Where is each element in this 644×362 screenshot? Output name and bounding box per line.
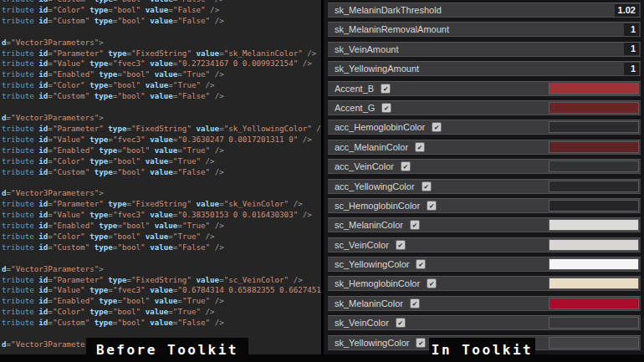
code-token-attr: id	[38, 156, 48, 166]
code-token-str: "bool"	[117, 91, 145, 100]
color-swatch[interactable]	[549, 298, 639, 309]
checkbox-checked-icon[interactable]: ✔	[417, 339, 425, 347]
code-line: tribute id="Enabled" type="bool" value="…	[2, 69, 321, 80]
checkbox-checked-icon[interactable]: ✔	[422, 182, 431, 191]
color-swatch[interactable]	[549, 200, 639, 212]
code-line	[2, 177, 321, 188]
code-token-str: "FixedString"	[131, 275, 192, 284]
color-swatch[interactable]	[549, 102, 639, 114]
code-token-str: "True"	[173, 232, 201, 241]
parameter-value-field[interactable]: 1.02	[615, 4, 639, 17]
code-token-str: "False"	[177, 91, 210, 100]
code-token-str: "bool"	[122, 145, 150, 155]
color-swatch[interactable]	[549, 181, 639, 192]
parameter-row[interactable]: sc_VeinColor✔	[328, 237, 641, 252]
code-token-attr: id	[38, 135, 48, 144]
color-swatch[interactable]	[549, 258, 639, 270]
code-token-str: "False"	[177, 0, 210, 3]
parameter-label: sk_VeinAmount	[335, 44, 398, 54]
checkbox-checked-icon[interactable]: ✔	[381, 84, 390, 93]
code-line	[2, 253, 321, 264]
code-token-str: "Enabled"	[53, 296, 95, 305]
code-token-attr: value	[150, 135, 173, 144]
checkbox-checked-icon[interactable]: ✔	[432, 123, 441, 131]
code-token-str: "bool"	[113, 5, 141, 14]
checkbox-checked-icon[interactable]: ✔	[411, 299, 419, 308]
code-token-attr: value	[146, 80, 169, 89]
parameter-row[interactable]: acc_HemoglobinColor✔	[328, 120, 641, 135]
code-token-attr: id	[38, 318, 48, 327]
color-swatch[interactable]	[549, 317, 639, 329]
code-lines-container: tribute id="Custom" type="bool" value="F…	[0, 0, 321, 350]
code-token-tag: tribute	[2, 145, 34, 155]
code-token-attr: id	[38, 199, 48, 208]
code-token-str: "fvec3"	[113, 135, 146, 144]
code-token-attr: value	[155, 296, 178, 305]
checkbox-checked-icon[interactable]: ✔	[427, 279, 436, 288]
code-token-str: "0.6784314 0.65882355 0.6627451"	[177, 285, 321, 294]
parameter-value-field[interactable]: 1	[624, 43, 639, 55]
code-token-pun: >	[99, 113, 104, 122]
checkbox-checked-icon[interactable]: ✔	[396, 319, 405, 327]
parameter-row[interactable]: sk_HemoglobinColor✔	[328, 276, 641, 291]
code-token-str: "Parameter"	[53, 199, 104, 208]
parameter-row[interactable]: sk_MelaninColor✔	[328, 296, 641, 311]
checkbox-checked-icon[interactable]: ✔	[416, 143, 424, 151]
code-token-str: "False"	[173, 5, 206, 14]
code-token-attr: id	[38, 91, 48, 100]
parameter-row[interactable]: sk_VeinAmount1	[328, 42, 641, 57]
parameter-label: Accent_G	[335, 103, 375, 113]
parameter-row[interactable]: acc_VeinColor✔	[328, 159, 641, 174]
checkbox-checked-icon[interactable]: ✔	[417, 260, 425, 268]
code-token-attr: value	[150, 16, 173, 25]
parameter-row[interactable]: sk_YellowingAmount1	[328, 61, 641, 76]
parameter-row[interactable]: sk_MelaninRemovalAmount1	[328, 22, 641, 37]
parameter-row[interactable]: Accent_B✔	[328, 81, 641, 96]
parameter-row[interactable]: acc_MelaninColor✔	[328, 140, 641, 155]
color-swatch[interactable]	[549, 161, 639, 172]
code-token-str: "sk_VeinColor"	[224, 199, 289, 208]
color-swatch[interactable]	[549, 278, 639, 289]
xml-code-panel[interactable]: tribute id="Custom" type="bool" value="F…	[0, 0, 321, 354]
code-token-attr: type	[99, 221, 117, 230]
parameter-row[interactable]: sc_YellowingColor✔	[328, 257, 641, 272]
color-swatch[interactable]	[549, 141, 639, 153]
checkbox-checked-icon[interactable]: ✔	[401, 162, 410, 171]
color-swatch[interactable]	[549, 121, 639, 133]
parameter-row[interactable]: sk_VeinColor✔	[328, 315, 641, 330]
code-line: tribute id="Custom" type="bool" value="F…	[2, 318, 321, 329]
code-token-str: "True"	[182, 69, 210, 79]
code-token-tag: tribute	[2, 135, 34, 144]
code-token-str: "Custom"	[53, 167, 89, 176]
code-token-attr: value	[146, 5, 169, 14]
checkbox-checked-icon[interactable]: ✔	[427, 201, 436, 210]
checkbox-checked-icon[interactable]: ✔	[382, 104, 391, 112]
parameter-row[interactable]: acc_YellowingColor✔	[328, 179, 641, 194]
parameter-value-field[interactable]: 1	[624, 23, 639, 36]
code-token-str: "Custom"	[53, 91, 89, 100]
parameter-row[interactable]: sc_HemoglobinColor✔	[328, 198, 641, 213]
code-token-pun: />	[303, 48, 317, 58]
code-token-str: "False"	[177, 242, 210, 252]
code-token-attr: type	[89, 156, 108, 166]
parameter-row[interactable]: sk_MelaninDarkThreshold1.02	[328, 3, 641, 18]
code-token-str: "Color"	[53, 232, 85, 241]
code-line: tribute id="Value" type="fvec3" value="0…	[2, 135, 321, 145]
code-token-str: "Value"	[53, 285, 85, 294]
code-token-attr: type	[95, 167, 113, 176]
parameter-row[interactable]: sc_MelaninColor✔	[328, 217, 641, 232]
checkbox-checked-icon[interactable]: ✔	[396, 241, 405, 249]
color-swatch[interactable]	[549, 239, 639, 251]
code-token-str: "False"	[177, 318, 210, 327]
code-token-tag: tribute	[2, 0, 34, 3]
code-token-attr: id	[38, 16, 48, 25]
code-token-str: "Color"	[53, 156, 85, 166]
parameter-value-field[interactable]: 1	[624, 63, 639, 75]
color-swatch[interactable]	[549, 83, 639, 94]
parameter-row[interactable]: Accent_G✔	[328, 100, 641, 115]
code-token-attr: id	[38, 124, 48, 133]
code-token-pun: />	[206, 5, 220, 14]
color-swatch[interactable]	[549, 337, 639, 349]
color-swatch[interactable]	[549, 219, 639, 231]
checkbox-checked-icon[interactable]: ✔	[411, 221, 419, 229]
